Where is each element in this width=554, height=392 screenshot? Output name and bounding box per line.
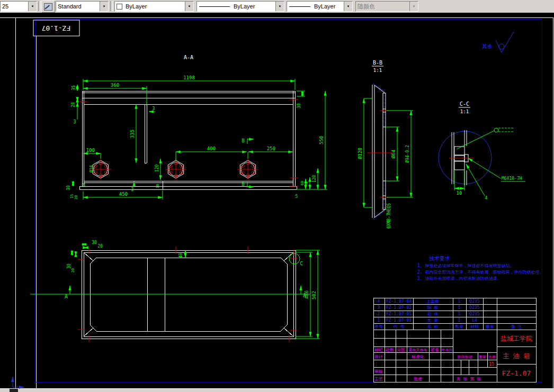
tb-drawing-no: FZ-1.07 [502,369,531,377]
bom-cell: 4 [378,299,380,304]
dim-bolt-dia: Ø16 [89,165,94,173]
dim-70: 70 [305,181,309,186]
bom-cell: 1 [378,318,380,323]
bom-cell: L4 [472,318,477,323]
dim-3b: 3 [131,187,134,192]
view-aa-geometry [79,91,297,189]
dim-30-right: 30 [297,103,301,108]
dim-60: 60 [300,181,305,185]
title-block: 4 FZ-1.07-04 上盖板 1 Q235 3 FZ-1.07-02 隔 板… [373,298,536,382]
text-style-combo[interactable]: Standard ▼ [56,1,109,12]
view-bb-label: B-B [373,60,382,66]
tb-label-approve: 批准 [414,377,422,381]
tb-label-design: 设计 [374,354,383,359]
layer-value: 25 [1,3,28,10]
dim-plan-40: 40 [178,253,183,258]
cad-application-window: 25 ▼ Standard ▼ ByLayer ▼ ByLayer ▼ ByLa… [0,0,554,392]
dim-14: 14 [82,183,86,187]
tb-label-date: 年月日 [442,348,453,352]
tb-label-stage: 阶段标记 [458,355,472,359]
bom-cell: FZ-1.07-04 [386,299,412,304]
tb-label-mark: 标记 [374,348,383,352]
dim-250: 250 [267,146,275,151]
color-swatch-icon [117,4,122,10]
plotstyle-combo: 随颜色 ▼ [355,1,418,12]
paper-border [0,17,554,388]
view-cc-annotations: 10 4 M6X18-7H [454,128,525,200]
color-value: ByLayer [124,3,185,10]
surface-roughness-note: 其余 [482,32,514,52]
color-dropdown-arrow[interactable]: ▼ [185,2,193,11]
bom-table: 4 FZ-1.07-04 上盖板 1 Q235 3 FZ-1.07-02 隔 板… [374,299,522,329]
lineweight-dropdown-arrow[interactable]: ▼ [344,2,352,11]
drawing-canvas[interactable]: FZ-1.07 其余 A-A [0,13,554,389]
bom-header: 备 注 [511,324,522,329]
lineweight-combo[interactable]: ByLayer ▼ [287,1,353,12]
status-strip [0,389,554,392]
tb-label-zone: 分区 [397,348,405,352]
flange-ports [90,159,258,180]
view-plan-dimensions: 30 20 30 20 40 486 502 [67,240,320,339]
style-manager-button[interactable] [41,1,55,13]
status-strip-chip [10,389,18,392]
bom-header: 材料 [470,324,479,329]
stamp-box: FZ-1.07 [33,20,79,36]
tb-label-sheets: 共 张 第 张 [457,377,481,381]
section-b-label: B [242,138,244,143]
bom-cell: Q235 [469,305,479,310]
view-cc-geometry [449,130,473,185]
bom-cell: 1 [458,312,461,316]
dim-plan-30: 30 [92,240,97,245]
lineweight-value: ByLayer [312,3,344,10]
center-marks [78,99,298,186]
plotstyle-value: 随颜色 [356,3,409,11]
dim-total-width: 1198 [183,75,195,80]
dim-15: 15 [70,194,74,198]
dim-3: 3 [74,120,76,124]
tb-label-count: 处数 [386,348,394,352]
color-combo[interactable]: ByLayer ▼ [114,1,194,12]
drawing-svg: FZ-1.07 其余 A-A [0,13,554,389]
surface-note-label: 其余 [482,43,493,49]
stamp-text: FZ-1.07 [42,24,71,32]
bom-cell: 箱 体 [427,312,439,316]
view-aa-label: A-A [184,54,193,60]
style-manager-icon [44,3,52,11]
linetype-combo[interactable]: ByLayer ▼ [196,1,284,12]
layer-combo[interactable]: 25 ▼ [0,1,37,12]
linetype-value: ByLayer [232,3,275,10]
dim-plan-20: 20 [97,244,103,249]
bom-cell: 2 [378,312,380,316]
bom-cell: FZ-1.07-01 [386,312,412,316]
linetype-dropdown-arrow[interactable]: ▼ [275,2,284,11]
dim-plan-486: 486 [304,290,309,299]
thread-callout: M6X18-7H [502,176,522,181]
layer-dropdown-arrow[interactable]: ▼ [28,2,37,11]
note-line: 1. 焊接处必须焊牢焊平，焊缝处不得有明显缺陷。 [417,263,514,268]
bom-cell: Q235 [469,299,479,304]
dim-120-left: 120 [155,165,159,172]
bom-header: 名 称 [427,324,439,329]
linetype-line-icon [199,6,230,7]
tb-label-review: 审核 [374,369,383,374]
detail-c-label: C [300,261,302,266]
bom-cell: Q235 [469,312,479,316]
leader-circle [494,128,498,132]
tb-scale-value: 15 [489,362,494,367]
dim-550: 550 [319,136,324,144]
dim-450: 450 [119,192,128,197]
tb-label-process: 工艺 [374,377,383,381]
plotstyle-dropdown-arrow: ▼ [409,2,418,11]
text-style-dropdown-arrow[interactable]: ▼ [100,2,108,11]
toolbar-separator [38,1,41,11]
view-bb-geometry [367,84,393,219]
section-a-cutting-line: A A [30,286,310,299]
dim-plan-20v: 20 [71,268,75,272]
bb-thread-note: 6XM8-7HEQS [387,203,391,229]
view-cc-label: C-C [460,101,469,107]
section-a-label: A [65,294,68,299]
bom-cell: FZ-1.07-03 [386,318,412,323]
dim-20: 20 [71,102,76,107]
dim-d64: Ø64 [391,150,396,158]
detail-c-marker: C [289,253,303,266]
